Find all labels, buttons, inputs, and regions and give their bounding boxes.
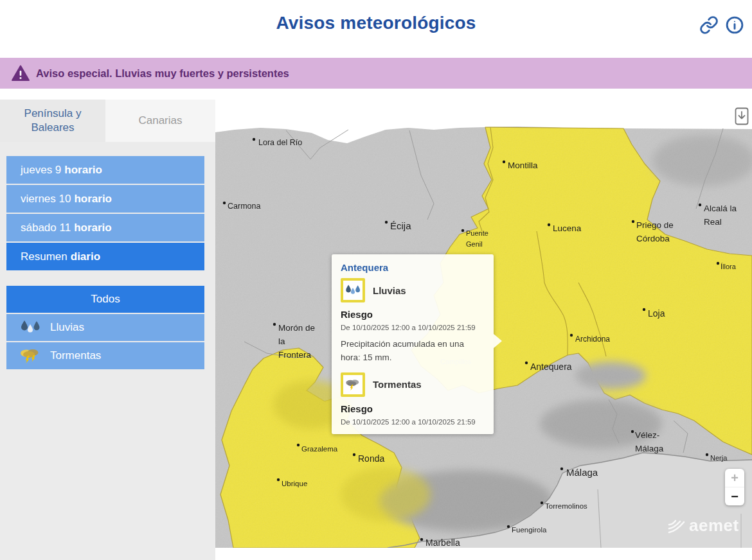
map-city-dot (385, 221, 388, 223)
day-button-sabado-11[interactable]: sábado 11horario (6, 214, 204, 241)
map-city-dot (699, 204, 701, 206)
header-icons (699, 15, 744, 35)
day-buttons: jueves 9horario viernes 10horario sábado… (0, 142, 215, 270)
filter-todos[interactable]: Todos (6, 286, 204, 313)
map-city-dot (631, 430, 634, 433)
map-city-label: Grazalema (301, 445, 338, 453)
filter-buttons: Todos Lluvias Tormentas (0, 272, 215, 369)
popup-title: Antequera (341, 262, 485, 273)
day-button-resumen-diario[interactable]: Resumendiario (6, 243, 204, 270)
map-city-dot (273, 323, 276, 326)
tab-peninsula-baleares[interactable]: Península y Baleares (0, 100, 105, 142)
region-tabs: Península y Baleares Canarias (0, 100, 215, 142)
day-button-viernes-10[interactable]: viernes 10horario (6, 185, 204, 213)
map-city-dot (570, 334, 573, 337)
map-city-label: Montilla (508, 161, 538, 170)
special-warning-text: Aviso especial. Lluvias muy fuertes y pe… (36, 67, 289, 80)
map-city-dot (420, 538, 423, 541)
map-city-label: Nerja (710, 454, 728, 462)
map-city-dot (503, 161, 505, 163)
info-icon[interactable] (725, 15, 744, 35)
map-city-label: Écija (390, 220, 411, 231)
map-city-label: Torremolinos (545, 502, 587, 510)
map-city-dot (541, 502, 543, 504)
map-attribution: aemet (667, 516, 739, 536)
map-city-label: Íllora (721, 263, 737, 270)
map-city-dot (706, 453, 708, 456)
filter-tormentas[interactable]: Tormentas (6, 342, 204, 369)
map-city-label: Carmona (228, 202, 260, 211)
aemet-logo-icon (667, 517, 686, 535)
rain-icon (19, 319, 41, 336)
map-city-dot (717, 262, 719, 265)
map-city-label: Archidona (575, 335, 610, 344)
map-city-dot (643, 308, 645, 311)
map-city-label: Ronda (358, 453, 384, 464)
popup-warning-rain: Lluvias (341, 278, 485, 302)
map-city-label: Marbella (425, 538, 460, 548)
download-icon[interactable] (734, 107, 749, 126)
tab-canarias[interactable]: Canarias (105, 100, 215, 142)
map-city-label: Lucena (553, 223, 582, 233)
map-city-dot (461, 229, 464, 232)
day-button-jueves-9[interactable]: jueves 9horario (6, 156, 204, 184)
map-city-dot (297, 444, 300, 446)
map-zoom-control: + − (725, 469, 744, 505)
map-city-label: Fuengirola (512, 526, 547, 534)
map-city-dot (548, 223, 550, 226)
map-city-dot (223, 202, 226, 204)
map-city-label: Ubrique (282, 480, 307, 487)
filter-lluvias[interactable]: Lluvias (6, 314, 204, 341)
map-city-dot (253, 138, 255, 141)
link-icon[interactable] (699, 15, 719, 35)
rain-icon (341, 278, 365, 302)
special-warning-banner[interactable]: Aviso especial. Lluvias muy fuertes y pe… (0, 58, 752, 89)
map-city-label: Antequera (530, 362, 572, 372)
map-city-label: Loja (648, 308, 665, 319)
map-city-dot (277, 478, 280, 481)
sidebar: Península y Baleares Canarias jueves 9ho… (0, 100, 215, 560)
zoom-in-button[interactable]: + (725, 469, 744, 487)
warning-map[interactable]: Lora del RíoÉcijaCarmonaMontillaPuenteGe… (215, 103, 752, 548)
map-city-dot (507, 525, 510, 528)
map-city-dot (353, 453, 355, 456)
storm-icon (341, 372, 365, 397)
map-city-dot (560, 468, 563, 470)
page-title: Avisos meteorológicos (0, 13, 752, 33)
header: Avisos meteorológicos (0, 0, 752, 58)
map-city-dot (525, 362, 528, 364)
popup-warning-storm: Tormentas (341, 372, 485, 397)
map-city-dot (632, 220, 634, 223)
map-city-label: Lora del Río (258, 138, 302, 147)
map-city-label: Málaga (566, 467, 598, 478)
zoom-out-button[interactable]: − (725, 487, 744, 505)
map-popup: Antequera Lluvias Riesgo De 10/10/2025 1… (332, 254, 494, 434)
storm-icon (19, 347, 41, 364)
popup-tail (494, 334, 502, 348)
warning-triangle-icon (12, 65, 30, 82)
